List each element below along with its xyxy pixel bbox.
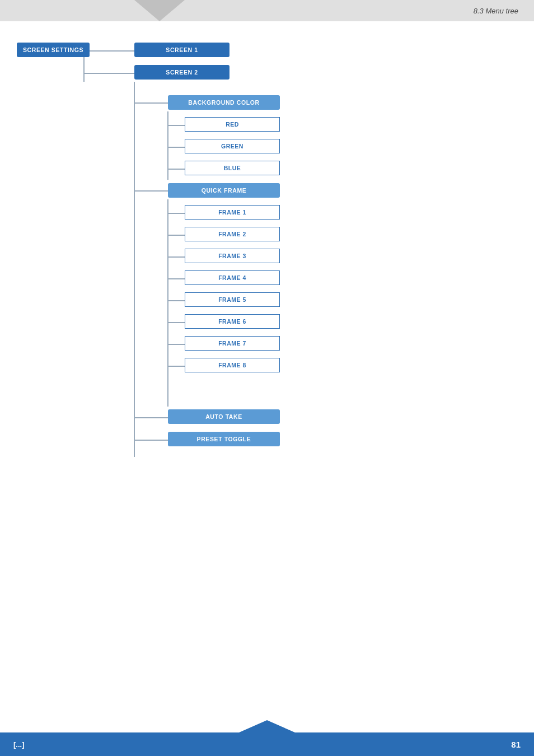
background-color-box: BACKGROUND COLOR bbox=[168, 95, 280, 110]
frame7-box: FRAME 7 bbox=[185, 336, 280, 351]
frame3-box: FRAME 3 bbox=[185, 249, 280, 263]
quick-frame-box: QUICK FRAME bbox=[168, 183, 280, 198]
frame4-node: FRAME 4 bbox=[185, 270, 280, 285]
screen2-box: SCREEN 2 bbox=[134, 65, 229, 80]
frame2-box: FRAME 2 bbox=[185, 227, 280, 241]
header-bar: 8.3 Menu tree bbox=[0, 0, 534, 21]
screen-settings-box: SCREEN SETTINGS bbox=[17, 43, 90, 57]
screen1-node: SCREEN 1 bbox=[134, 43, 229, 57]
red-node: RED bbox=[185, 117, 280, 132]
frame3-node: FRAME 3 bbox=[185, 249, 280, 263]
frame7-node: FRAME 7 bbox=[185, 336, 280, 351]
frame5-box: FRAME 5 bbox=[185, 292, 280, 307]
frame1-node: FRAME 1 bbox=[185, 205, 280, 220]
header-notch bbox=[134, 0, 185, 21]
bottom-triangle bbox=[239, 720, 295, 732]
bottom-bar: [...] 81 bbox=[0, 732, 534, 756]
green-box: GREEN bbox=[185, 139, 280, 153]
frame6-node: FRAME 6 bbox=[185, 314, 280, 329]
auto-take-box: AUTO TAKE bbox=[168, 409, 280, 424]
frame5-node: FRAME 5 bbox=[185, 292, 280, 307]
preset-toggle-box: PRESET TOGGLE bbox=[168, 432, 280, 446]
page-wrapper: 8.3 Menu tree bbox=[0, 0, 534, 756]
frame1-box: FRAME 1 bbox=[185, 205, 280, 220]
screen2-node: SCREEN 2 bbox=[134, 65, 229, 80]
green-node: GREEN bbox=[185, 139, 280, 153]
frame8-node: FRAME 8 bbox=[185, 358, 280, 372]
screen-settings-node: SCREEN SETTINGS bbox=[17, 43, 90, 57]
screen1-box: SCREEN 1 bbox=[134, 43, 229, 57]
red-box: RED bbox=[185, 117, 280, 132]
page-number: 81 bbox=[511, 740, 521, 749]
frame4-box: FRAME 4 bbox=[185, 270, 280, 285]
blue-box: BLUE bbox=[185, 161, 280, 175]
quick-frame-node: QUICK FRAME bbox=[168, 183, 280, 198]
frame8-box: FRAME 8 bbox=[185, 358, 280, 372]
content-area: SCREEN SETTINGS SCREEN 1 SCREEN 2 BACKGR… bbox=[0, 21, 534, 507]
frame2-node: FRAME 2 bbox=[185, 227, 280, 241]
bottom-ellipsis: [...] bbox=[13, 740, 25, 749]
frame6-box: FRAME 6 bbox=[185, 314, 280, 329]
auto-take-node: AUTO TAKE bbox=[168, 409, 280, 424]
preset-toggle-node: PRESET TOGGLE bbox=[168, 432, 280, 446]
background-color-node: BACKGROUND COLOR bbox=[168, 95, 280, 110]
blue-node: BLUE bbox=[185, 161, 280, 175]
page-title: 8.3 Menu tree bbox=[474, 7, 518, 15]
menu-tree-diagram: SCREEN SETTINGS SCREEN 1 SCREEN 2 BACKGR… bbox=[17, 37, 297, 463]
